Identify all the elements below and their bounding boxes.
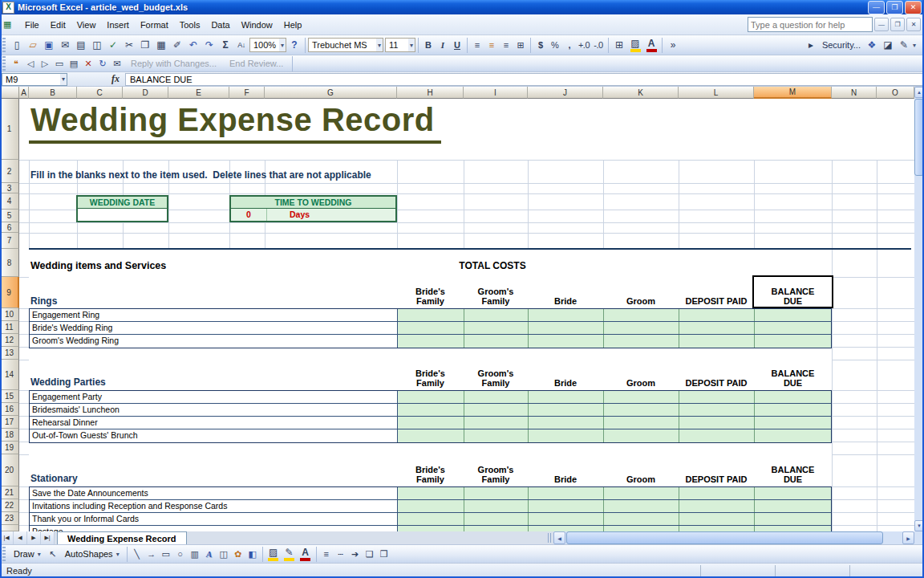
amount-cell[interactable]	[755, 417, 831, 429]
row-header[interactable]	[0, 525, 19, 531]
column-header-e[interactable]: E	[168, 87, 229, 99]
font-color-icon[interactable]: A	[298, 546, 314, 563]
shadow-style-icon[interactable]: ❏	[363, 547, 377, 561]
menu-insert[interactable]: Insert	[101, 18, 135, 32]
run-macro-icon[interactable]: ▸	[803, 37, 819, 53]
end-review-button[interactable]: End Review...	[223, 59, 290, 68]
item-label[interactable]: Postage	[30, 526, 398, 531]
active-cell-selection-border[interactable]	[752, 275, 833, 308]
column-header-o[interactable]: O	[877, 87, 914, 99]
amount-cell[interactable]	[755, 309, 831, 321]
scroll-up-icon[interactable]: ▲	[914, 87, 924, 98]
horizontal-scroll-thumb[interactable]	[566, 531, 883, 544]
oval-tool-icon[interactable]: ○	[173, 547, 188, 561]
new-comment-icon[interactable]: ❝	[9, 57, 23, 71]
amount-cell[interactable]	[604, 404, 679, 416]
vertical-scroll-track[interactable]	[914, 177, 924, 520]
amount-cell[interactable]	[755, 526, 831, 531]
amount-cell[interactable]	[398, 309, 464, 321]
sheet-canvas[interactable]: Wedding Expense Record Fill in the blank…	[19, 99, 914, 531]
amount-cell[interactable]	[529, 404, 604, 416]
line-style-icon[interactable]: ≡	[319, 547, 334, 561]
item-label[interactable]: Rehearsal Dinner	[30, 417, 398, 429]
row-header[interactable]: 12	[0, 334, 19, 347]
amount-cell[interactable]	[464, 404, 529, 416]
pencil-icon[interactable]: ✎	[896, 37, 912, 53]
last-sheet-button[interactable]: ▶|	[41, 531, 55, 544]
amount-cell[interactable]	[398, 335, 464, 348]
amount-cell[interactable]	[529, 487, 604, 499]
scroll-right-icon[interactable]: ▶	[902, 531, 914, 544]
vertical-scrollbar[interactable]: ▲ ▼	[914, 87, 924, 531]
amount-cell[interactable]	[755, 322, 831, 334]
copy-icon[interactable]: ❐	[137, 37, 153, 53]
row-header[interactable]: 15	[0, 390, 19, 403]
formula-input[interactable]: BALANCE DUE	[125, 73, 924, 86]
column-header-m-selected[interactable]: M	[754, 87, 832, 99]
column-header-l[interactable]: L	[679, 87, 754, 99]
amount-cell[interactable]	[398, 513, 464, 525]
amount-cell[interactable]	[755, 335, 831, 348]
first-sheet-button[interactable]: |◀	[0, 531, 14, 544]
amount-cell[interactable]	[464, 309, 529, 321]
autosum-icon[interactable]: Σ	[217, 37, 233, 53]
amount-cell[interactable]	[398, 487, 464, 499]
amount-cell[interactable]	[529, 322, 604, 334]
menu-file[interactable]: File	[19, 18, 45, 32]
picture-icon[interactable]: ◧	[245, 547, 260, 561]
row-header[interactable]: 3	[0, 183, 19, 193]
fill-color-icon[interactable]: ▨	[265, 546, 282, 563]
decrease-decimal-icon[interactable]: -.0	[591, 39, 606, 52]
redo-icon[interactable]: ↷	[201, 37, 217, 53]
amount-cell[interactable]	[464, 429, 529, 442]
print-icon[interactable]: ▤	[73, 37, 89, 53]
amount-cell[interactable]	[679, 335, 755, 348]
new-icon[interactable]: ▯	[9, 37, 25, 53]
scroll-left-icon[interactable]: ◀	[553, 531, 565, 544]
amount-cell[interactable]	[529, 309, 604, 321]
column-header-i[interactable]: I	[464, 87, 528, 99]
amount-cell[interactable]	[464, 500, 529, 512]
open-icon[interactable]: ▱	[25, 37, 41, 53]
format-painter-icon[interactable]: ✐	[169, 37, 185, 53]
email-icon[interactable]: ✉	[57, 37, 73, 53]
cut-icon[interactable]: ✂	[121, 37, 137, 53]
show-comment-icon[interactable]: ▭	[52, 57, 67, 71]
amount-cell[interactable]	[529, 417, 604, 429]
amount-cell[interactable]	[529, 391, 604, 403]
workbook-minimize-button[interactable]: —	[874, 18, 889, 31]
amount-cell[interactable]	[755, 500, 831, 512]
toolbar-grip[interactable]	[2, 56, 6, 71]
textbox-tool-icon[interactable]: ▥	[188, 547, 202, 561]
amount-cell[interactable]	[464, 322, 529, 334]
column-header-n[interactable]: N	[832, 87, 877, 99]
amount-cell[interactable]	[604, 526, 679, 531]
zoom-select[interactable]: 100% ▾	[249, 38, 286, 52]
wedding-date-input-cell[interactable]	[78, 209, 167, 221]
column-header-c[interactable]: C	[77, 87, 123, 99]
item-label[interactable]: Bridesmaids' Luncheon	[30, 404, 398, 416]
amount-cell[interactable]	[604, 322, 679, 334]
toolbar-grip[interactable]	[2, 547, 6, 561]
diagram-icon[interactable]: ◫	[217, 547, 231, 561]
previous-sheet-button[interactable]: ◀	[14, 531, 27, 544]
row-header[interactable]: 21	[0, 486, 19, 499]
column-header-d[interactable]: D	[123, 87, 168, 99]
amount-cell[interactable]	[529, 526, 604, 531]
font-color-icon[interactable]: A	[643, 37, 659, 54]
time-to-wedding-value[interactable]: 0	[231, 209, 267, 221]
column-header-k[interactable]: K	[603, 87, 679, 99]
comma-style-icon[interactable]: ,	[562, 39, 577, 52]
amount-cell[interactable]	[604, 391, 679, 403]
security-button[interactable]: Security...	[819, 40, 864, 50]
row-header[interactable]: 8	[0, 249, 19, 277]
column-header-f[interactable]: F	[229, 87, 265, 99]
row-header[interactable]: 11	[0, 321, 19, 334]
amount-cell[interactable]	[604, 513, 679, 525]
row-header[interactable]: 6	[0, 222, 19, 233]
insert-function-button[interactable]: fx	[106, 73, 125, 86]
amount-cell[interactable]	[755, 487, 831, 499]
align-left-icon[interactable]: ≡	[470, 39, 484, 52]
row-header[interactable]: 7	[0, 233, 19, 249]
amount-cell[interactable]	[679, 429, 755, 442]
